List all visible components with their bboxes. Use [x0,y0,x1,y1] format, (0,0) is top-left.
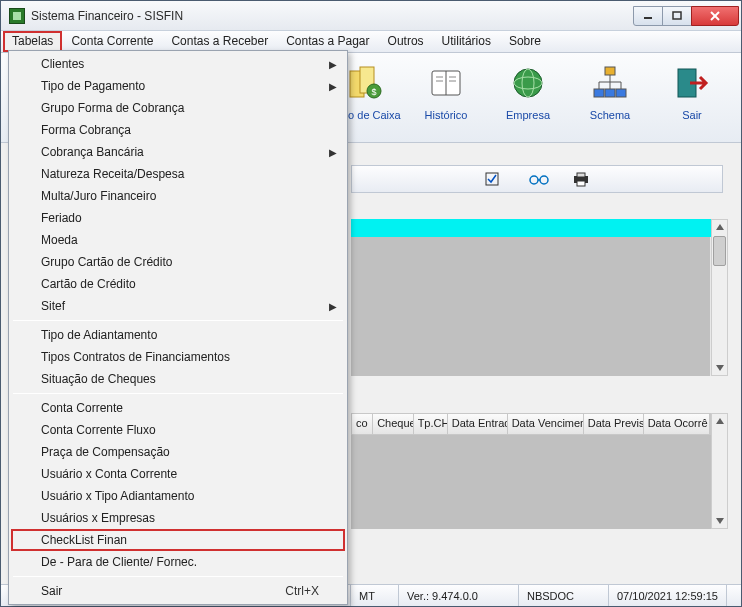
menu-contas-a-receber[interactable]: Contas a Receber [162,31,277,52]
scrollbar-upper[interactable] [711,219,728,376]
menu-item-tipo-de-pagamento[interactable]: Tipo de Pagamento▶ [11,75,345,97]
glasses-icon[interactable] [528,171,546,187]
menu-item-label: Multa/Juro Financeiro [41,189,156,203]
printer-icon[interactable] [572,171,590,187]
exit-icon [672,63,712,103]
menu-item-conta-corrente[interactable]: Conta Corrente [11,397,345,419]
menu-outros[interactable]: Outros [379,31,433,52]
column-header[interactable]: Data Previsão [584,414,644,434]
lower-grid-body[interactable] [351,435,711,529]
menu-contas-a-pagar[interactable]: Contas a Pagar [277,31,378,52]
menu-item-multa-juro-financeiro[interactable]: Multa/Juro Financeiro [11,185,345,207]
app-icon [9,8,25,24]
menu-item-label: CheckList Finan [41,533,127,547]
menu-item-label: Usuários x Empresas [41,511,155,525]
column-header[interactable]: Data Entrada [448,414,508,434]
menu-item-tipos-contratos-de-financiamentos[interactable]: Tipos Contratos de Financiamentos [11,346,345,368]
menu-item-forma-cobran-a[interactable]: Forma Cobrança [11,119,345,141]
status-db: NBSDOC [519,585,609,606]
menu-item-grupo-cart-o-de-cr-dito[interactable]: Grupo Cartão de Crédito [11,251,345,273]
menu-item-moeda[interactable]: Moeda [11,229,345,251]
menu-item-label: Feriado [41,211,82,225]
toolbar-schema-button[interactable]: Schema [569,53,651,142]
toolbar-historico-button[interactable]: Histórico [405,53,487,142]
svg-point-28 [530,176,538,184]
close-button[interactable] [691,6,739,26]
menu-item-pra-a-de-compensa-o[interactable]: Praça de Compensação [11,441,345,463]
status-uf: MT [351,585,399,606]
column-header[interactable]: co [352,414,373,434]
menu-item-label: Tipo de Pagamento [41,79,145,93]
toolbar-sair-button[interactable]: Sair [651,53,733,142]
toolbar-label: Histórico [425,109,468,121]
column-header[interactable]: Data Ocorrê [644,414,710,434]
scroll-down-icon [715,364,725,372]
menu-item-clientes[interactable]: Clientes▶ [11,53,345,75]
tabelas-dropdown: Clientes▶Tipo de Pagamento▶Grupo Forma d… [8,50,348,605]
menu-item-feriado[interactable]: Feriado [11,207,345,229]
toolbar-empresa-button[interactable]: Empresa [487,53,569,142]
svg-point-29 [540,176,548,184]
menu-item-tipo-de-adiantamento[interactable]: Tipo de Adiantamento [11,324,345,346]
schema-icon [590,63,630,103]
scrollbar-lower[interactable] [711,413,728,529]
menu-item-label: Forma Cobrança [41,123,131,137]
menu-item-cobran-a-banc-ria[interactable]: Cobrança Bancária▶ [11,141,345,163]
menu-item-grupo-forma-de-cobran-a[interactable]: Grupo Forma de Cobrança [11,97,345,119]
maximize-button[interactable] [662,6,692,26]
menu-item-label: Praça de Compensação [41,445,170,459]
menu-item-natureza-receita-despesa[interactable]: Natureza Receita/Despesa [11,163,345,185]
menu-item-sair[interactable]: SairCtrl+X [11,580,345,602]
sub-toolbar [351,165,723,193]
menu-conta-corrente[interactable]: Conta Corrente [62,31,162,52]
minimize-button[interactable] [633,6,663,26]
menu-item-label: Sitef [41,299,65,313]
menu-item-label: Usuário x Tipo Adiantamento [41,489,194,503]
menu-item-label: Grupo Forma de Cobrança [41,101,184,115]
maximize-icon [672,11,682,21]
menu-item-cart-o-de-cr-dito[interactable]: Cartão de Crédito [11,273,345,295]
column-header[interactable]: Data Vencimento [508,414,584,434]
menu-item-label: Tipo de Adiantamento [41,328,157,342]
menu-item-de-para-de-cliente-fornec-[interactable]: De - Para de Cliente/ Fornec. [11,551,345,573]
submenu-arrow-icon: ▶ [329,147,337,158]
menu-tabelas[interactable]: Tabelas [3,31,62,52]
menu-item-situa-o-de-cheques[interactable]: Situação de Cheques [11,368,345,390]
menu-shortcut: Ctrl+X [285,584,319,598]
svg-rect-19 [605,89,615,97]
toolbar-label: Empresa [506,109,550,121]
menu-separator [13,576,343,577]
column-header[interactable]: Tp.CH [414,414,448,434]
svg-rect-33 [577,181,585,186]
menu-item-label: Cartão de Crédito [41,277,136,291]
menu-item-label: Conta Corrente [41,401,123,415]
column-header[interactable]: Cheque [373,414,414,434]
menu-utilitários[interactable]: Utilitários [433,31,500,52]
menu-separator [13,320,343,321]
submenu-arrow-icon: ▶ [329,301,337,312]
menu-sobre[interactable]: Sobre [500,31,550,52]
scrollbar-thumb[interactable] [713,236,726,266]
toolbar-label: Sair [682,109,702,121]
cashflow-icon: $ [344,63,384,103]
svg-rect-20 [616,89,626,97]
menu-item-sitef[interactable]: Sitef▶ [11,295,345,317]
scroll-up-icon [715,417,725,425]
status-version: Ver.: 9.474.0.0 [399,585,519,606]
menu-item-conta-corrente-fluxo[interactable]: Conta Corrente Fluxo [11,419,345,441]
svg-rect-1 [673,12,681,19]
checkbox-icon[interactable] [484,171,502,187]
menu-item-label: Cobrança Bancária [41,145,144,159]
menu-item-usu-rio-x-tipo-adiantamento[interactable]: Usuário x Tipo Adiantamento [11,485,345,507]
toolbar-label: Schema [590,109,630,121]
menu-item-checklist-finan[interactable]: CheckList Finan [11,529,345,551]
svg-text:$: $ [371,87,376,97]
svg-rect-32 [577,173,585,177]
scroll-up-icon [715,223,725,231]
menu-item-usu-rio-x-conta-corrente[interactable]: Usuário x Conta Corrente [11,463,345,485]
selection-band [351,219,711,237]
menu-item-usu-rios-x-empresas[interactable]: Usuários x Empresas [11,507,345,529]
upper-grid-body[interactable] [351,237,711,376]
svg-rect-17 [605,67,615,75]
svg-rect-18 [594,89,604,97]
